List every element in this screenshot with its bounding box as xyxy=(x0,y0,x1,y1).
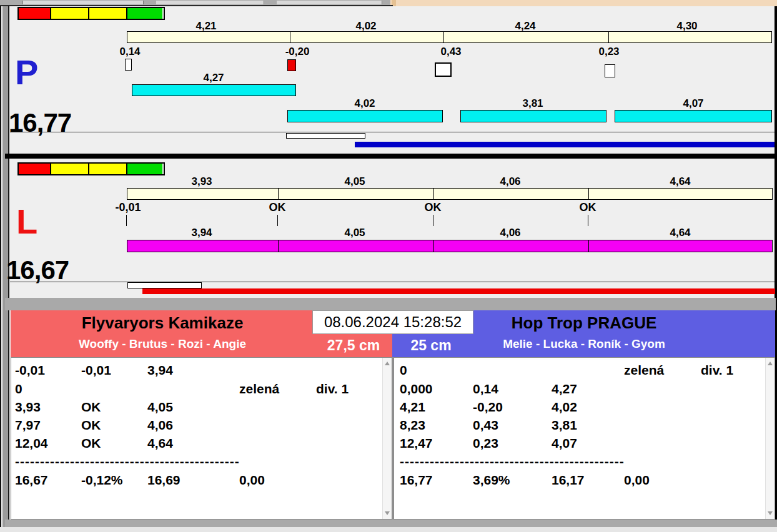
segment-divider xyxy=(588,189,589,199)
left-table-scrollbar[interactable] xyxy=(382,358,392,519)
cell: zelená xyxy=(239,382,279,397)
segment-divider xyxy=(608,32,609,42)
p-progress-bar xyxy=(355,142,775,147)
cell: -0,20 xyxy=(473,400,503,415)
split-tick xyxy=(433,215,433,226)
p-start-delta-label: 0,23 xyxy=(598,46,619,58)
total-cell: 0,00 xyxy=(239,473,265,488)
left-team-jump-height: 27,5 cm xyxy=(327,337,380,354)
p-running-dog-time-label: 4,27 xyxy=(203,72,224,84)
p-progress-track-line xyxy=(10,132,775,132)
traffic-yellow-cell xyxy=(50,164,88,174)
p-heat-split-bar xyxy=(127,31,772,43)
window-top-border xyxy=(0,5,393,6)
left-team-dogs: Wooffy - Brutus - Rozi - Angie xyxy=(79,337,246,351)
p-current-split-label: 4,02 xyxy=(354,97,375,110)
scroll-down-icon[interactable] xyxy=(385,511,390,515)
cell: 3,94 xyxy=(147,363,173,378)
cell: 4,64 xyxy=(147,436,173,451)
traffic-yellow-cell xyxy=(50,8,88,19)
cell: 0,43 xyxy=(473,418,498,433)
cell: 4,21 xyxy=(400,400,425,415)
total-cell: 16,77 xyxy=(400,473,433,488)
timestamp-box: 08.06.2024 15:28:52 xyxy=(312,310,473,334)
background-window-tab xyxy=(156,1,264,4)
l-current-split-label: 4,06 xyxy=(500,227,520,239)
traffic-red-cell xyxy=(19,8,50,19)
right-team-name: Hop Trop PRAGUE xyxy=(512,313,657,333)
cell: OK xyxy=(81,418,101,433)
l-start-delta-label: OK xyxy=(580,201,596,214)
traffic-light-p xyxy=(17,7,165,20)
bottom-light-band xyxy=(0,527,777,532)
left-results-table: -0,01 -0,01 3,94 0 zelená div. 1 3,93 OK… xyxy=(11,357,392,520)
l-heat-split-label: 4,64 xyxy=(670,175,690,188)
cell: div. 1 xyxy=(701,363,733,378)
cell: 3,93 xyxy=(15,400,41,415)
cell: 8,23 xyxy=(400,418,425,433)
segment-divider xyxy=(433,240,434,252)
split-tick xyxy=(126,215,127,226)
p-current-split-label: 3,81 xyxy=(522,97,543,110)
total-cell: -0,12% xyxy=(81,473,123,488)
p-current-split-bar xyxy=(460,110,606,122)
separator-line: ----------------------------------------… xyxy=(400,454,625,469)
scroll-up-icon[interactable] xyxy=(768,362,773,365)
p-start-delta-label: 0,43 xyxy=(440,46,461,58)
l-current-split-bar xyxy=(127,240,773,252)
traffic-green-cell xyxy=(126,164,162,174)
l-current-split-label: 4,05 xyxy=(344,227,365,239)
lane-letter-p: P xyxy=(15,55,38,90)
total-cell: 3,69% xyxy=(473,473,510,488)
p-heat-split-label: 4,02 xyxy=(355,20,376,32)
scroll-down-icon[interactable] xyxy=(768,511,773,515)
segment-divider xyxy=(433,189,434,199)
total-cell: 16,17 xyxy=(552,473,585,488)
right-table-scrollbar[interactable] xyxy=(765,358,775,519)
l-heat-split-label: 3,93 xyxy=(191,175,212,188)
p-start-box xyxy=(435,62,452,77)
cell: 4,05 xyxy=(147,400,173,415)
lane-divider xyxy=(5,154,776,159)
lane-letter-l: L xyxy=(16,204,37,239)
cell: OK xyxy=(81,400,101,415)
segment-divider xyxy=(290,32,290,42)
traffic-yellow-cell xyxy=(88,8,126,19)
scroll-up-icon[interactable] xyxy=(385,362,390,365)
cell: -0,01 xyxy=(81,363,111,378)
l-heat-split-bar xyxy=(127,188,773,200)
p-neutral-bar xyxy=(286,133,365,139)
p-start-box xyxy=(125,59,132,71)
cell: OK xyxy=(81,436,101,451)
background-desktop-strip xyxy=(390,0,777,6)
separator-line: ----------------------------------------… xyxy=(15,454,240,469)
p-start-box xyxy=(287,59,296,71)
right-team-jump-height: 25 cm xyxy=(410,337,451,354)
background-window-tab xyxy=(22,1,144,4)
p-current-split-bar xyxy=(615,110,772,122)
cell: 4,07 xyxy=(552,436,577,451)
traffic-light-l xyxy=(17,162,165,175)
flyball-timing-app: 4,21 4,02 4,24 4,30 0,14 -0,20 0,43 0,23… xyxy=(0,0,777,532)
p-current-split-label: 4,07 xyxy=(683,97,703,110)
p-start-delta-label: 0,14 xyxy=(119,46,140,58)
p-heat-split-label: 4,24 xyxy=(515,20,535,32)
p-start-delta-label: -0,20 xyxy=(285,46,310,58)
cell: 7,97 xyxy=(15,418,41,433)
scoreboard-top-band xyxy=(5,298,776,310)
cell: 4,02 xyxy=(552,400,577,415)
segment-divider xyxy=(278,189,279,199)
p-current-split-bar xyxy=(287,110,443,122)
bottom-gray-band xyxy=(5,520,777,527)
cell: zelená xyxy=(624,363,664,378)
p-heat-split-label: 4,30 xyxy=(676,20,697,32)
cell: 0,23 xyxy=(473,436,498,451)
left-team-name: Flyvaryors Kamikaze xyxy=(82,313,244,333)
l-start-delta-label: -0,01 xyxy=(115,201,141,214)
total-cell: 16,69 xyxy=(147,473,181,488)
segment-divider xyxy=(278,240,279,252)
total-cell: 0,00 xyxy=(624,473,650,488)
segment-divider xyxy=(443,32,444,42)
cell: 12,47 xyxy=(400,436,433,451)
l-start-delta-label: OK xyxy=(425,201,442,214)
